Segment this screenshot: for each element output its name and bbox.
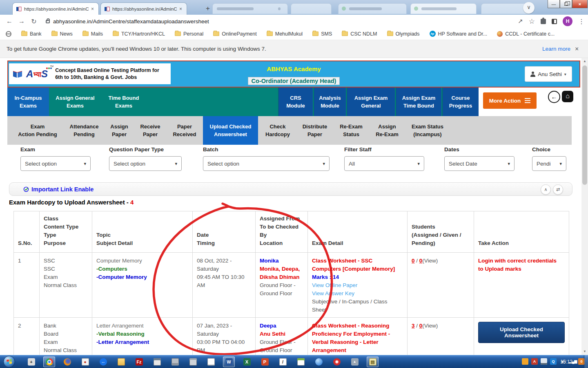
browser-menu-icon[interactable]: ⋮ xyxy=(578,18,585,25)
word-icon[interactable]: W xyxy=(223,357,235,367)
calculator-icon[interactable] xyxy=(151,357,163,367)
assigned-count-link[interactable]: 0 xyxy=(412,258,415,264)
question-paper-type-select[interactable]: Select option▾ xyxy=(109,156,182,171)
nav-in-campus-exams[interactable]: In-CampusExams xyxy=(7,88,49,116)
bookmark-folder[interactable]: CSC NDLM xyxy=(342,31,377,37)
tab-search-chevron-icon[interactable]: ∨ xyxy=(523,2,535,13)
tab-close-icon[interactable]: × xyxy=(91,6,94,12)
document-icon[interactable] xyxy=(205,357,217,367)
window-minimize-button[interactable]: — xyxy=(548,0,560,8)
teamviewer-icon[interactable]: ↔ xyxy=(97,357,109,367)
bookmark-star-icon[interactable]: ☆ xyxy=(529,17,535,26)
photos-app-icon[interactable]: ▲ xyxy=(349,357,361,367)
subnav-receive-paper[interactable]: ReceivePaper xyxy=(138,116,163,145)
bookmark-folder[interactable]: Olympiads xyxy=(387,31,420,37)
bookmark-folder[interactable]: Bank xyxy=(21,31,42,37)
subnav-exam-status-incampus[interactable]: Exam Status(Incampus) xyxy=(408,116,448,145)
window-restore-button[interactable] xyxy=(560,0,572,8)
nav-assign-exam-time-bound[interactable]: Assign ExamTime Bound xyxy=(396,88,441,116)
subnav-upload-checked-answersheet[interactable]: Upload CheckedAnswersheet xyxy=(203,116,258,145)
nav-assign-exam-general[interactable]: Assign ExamGeneral xyxy=(347,88,395,116)
drop-app-icon[interactable] xyxy=(313,357,325,367)
view-offline-paper-link[interactable]: View Offline Paper xyxy=(312,281,403,289)
bookmark-ccdl[interactable]: CCDL - Certificate c... xyxy=(497,31,555,37)
exam-select[interactable]: Select option▾ xyxy=(20,156,91,171)
expand-panel-button[interactable]: ⇄ xyxy=(553,184,563,195)
profile-avatar[interactable]: H xyxy=(563,16,572,26)
nav-assign-general-exams[interactable]: Assign GeneralExams xyxy=(49,88,101,116)
dates-select[interactable]: Select Date▾ xyxy=(444,156,514,171)
subnav-re-exam-status[interactable]: Re-ExamStatus xyxy=(336,116,367,145)
taskbar-clock[interactable]: 15:12 xyxy=(560,355,572,368)
address-bar[interactable]: abhyasonline.in/AdminCentre/staffexamdat… xyxy=(53,18,209,25)
bookmark-folder[interactable]: Personal xyxy=(175,31,203,37)
subnav-exam-action-pending[interactable]: ExamAction Pending xyxy=(13,116,62,145)
go-back-button[interactable]: ← xyxy=(548,91,560,103)
filter-staff-select[interactable]: All▾ xyxy=(344,156,424,171)
tray-updates-icon[interactable] xyxy=(522,358,528,365)
bookmark-folder[interactable]: MehulMukul xyxy=(267,31,303,37)
filezilla-icon[interactable]: Fz xyxy=(133,357,145,367)
share-icon[interactable]: ↗ xyxy=(518,18,523,25)
nav-analysis-module[interactable]: AnalysisModule xyxy=(314,88,346,116)
forward-icon[interactable]: → xyxy=(16,18,28,25)
firefox-icon[interactable] xyxy=(61,357,73,367)
home-button[interactable]: ⌂ xyxy=(562,91,573,102)
subnav-assign-re-exam[interactable]: AssignRe-Exam xyxy=(372,116,403,145)
globe-icon[interactable] xyxy=(6,31,11,37)
chrome-icon[interactable] xyxy=(43,357,55,367)
view-answer-key-link[interactable]: View Answer Key xyxy=(312,289,403,298)
nav-crs-module[interactable]: CRSModule xyxy=(278,88,313,116)
subnav-distribute-paper[interactable]: DistributePaper xyxy=(299,116,330,145)
scroll-up-arrow[interactable]: ▲ xyxy=(581,58,588,65)
bookmark-folder[interactable]: TCY/Hartron/HKCL xyxy=(113,31,165,37)
assigned-count-link[interactable]: 3 xyxy=(412,323,415,329)
tray-antivirus-icon[interactable]: A xyxy=(531,358,538,365)
paint-app-icon[interactable]: ● xyxy=(79,357,91,367)
notes-app-icon[interactable] xyxy=(295,357,307,367)
scroll-down-arrow[interactable]: ▼ xyxy=(581,348,588,355)
collapse-panel-button[interactable]: ∧ xyxy=(541,184,551,195)
explorer-folder-icon[interactable] xyxy=(115,357,127,367)
printer-icon[interactable] xyxy=(169,357,181,367)
powerpoint-icon[interactable]: P xyxy=(259,357,271,367)
move-tool-icon[interactable]: + xyxy=(25,357,37,367)
subnav-assign-paper[interactable]: AssignPaper xyxy=(107,116,131,145)
more-action-button[interactable]: More Action xyxy=(483,92,537,109)
learn-more-link[interactable]: Learn more xyxy=(542,46,570,52)
nav-course-progress[interactable]: CourseProgress xyxy=(442,88,479,116)
subnav-check-hardcopy[interactable]: CheckHardcopy xyxy=(263,116,292,145)
browser-tab-1[interactable]: https://abhyasonline.in/AdminCe × xyxy=(12,2,99,15)
bookmark-folder[interactable]: SMS xyxy=(312,31,332,37)
reload-icon[interactable]: ↻ xyxy=(28,18,40,25)
show-desktop-button[interactable] xyxy=(584,355,588,368)
view-link[interactable]: (View) xyxy=(422,323,438,329)
choice-select[interactable]: Pendi▾ xyxy=(532,156,566,171)
browser-tab-2[interactable]: https://abhyasonline.in/AdminCe × xyxy=(100,2,187,15)
user-menu-button[interactable]: Anu Sethi ▾ xyxy=(525,66,572,82)
upload-checked-answersheet-button[interactable]: Upload Checked Answersheet xyxy=(478,322,565,343)
bookmark-folder[interactable]: News xyxy=(51,31,73,37)
start-button[interactable] xyxy=(3,356,15,368)
bookmark-hp[interactable]: hpHP Software and Dr... xyxy=(430,31,488,37)
scan-manager-icon[interactable]: ▤ xyxy=(367,357,379,367)
subnav-attendance-pending[interactable]: AttendancePending xyxy=(64,116,104,145)
batch-select[interactable]: Select option▾ xyxy=(203,156,330,171)
new-tab-button[interactable]: + xyxy=(203,4,213,13)
infobar-close-icon[interactable]: × xyxy=(575,45,579,53)
nav-time-bound-exams[interactable]: Time BoundExams xyxy=(101,88,146,116)
view-link[interactable]: (View) xyxy=(422,258,438,264)
important-link-enable[interactable]: Important Link Enable xyxy=(23,186,94,193)
tray-q-app-icon[interactable]: Q xyxy=(550,358,557,365)
subnav-paper-received[interactable]: PaperReceived xyxy=(169,116,200,145)
back-icon[interactable]: ← xyxy=(3,18,16,25)
side-panel-icon[interactable] xyxy=(552,19,557,24)
extensions-icon[interactable] xyxy=(541,19,546,24)
media-app-icon[interactable] xyxy=(331,357,343,367)
window-close-button[interactable]: × xyxy=(572,0,588,8)
tab-close-icon[interactable]: × xyxy=(179,6,182,12)
pen-tool-icon[interactable]: / xyxy=(277,357,289,367)
tray-display-icon[interactable] xyxy=(541,358,547,365)
bookmark-folder[interactable]: Mails xyxy=(82,31,103,37)
excel-icon[interactable]: X xyxy=(241,357,253,367)
